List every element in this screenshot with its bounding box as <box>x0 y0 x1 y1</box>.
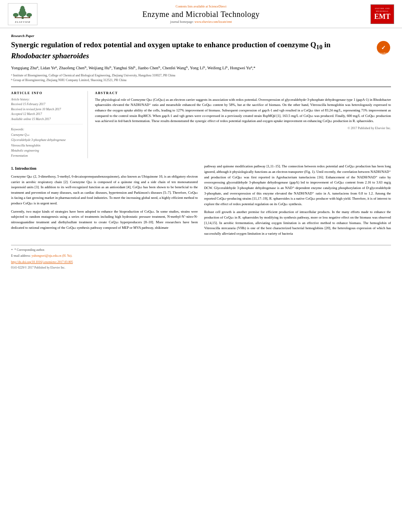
body-col-left: 1. Introduction Coenzyme Q₁₀ (2, 3-dimet… <box>11 164 198 239</box>
svg-text:✓: ✓ <box>381 44 386 51</box>
footnote-star: * <box>11 248 13 253</box>
abstract-column: ABSTRACT The physiological role of Coenz… <box>95 91 391 159</box>
corresponding-label: * Corresponding author. <box>15 248 45 252</box>
sciencedirect-link[interactable]: Contents lists available at ScienceDirec… <box>39 5 363 8</box>
affiliation-b: ᵇ Group of Bioengineering, Zhejiang NHU … <box>11 78 391 83</box>
intro-para-1: Coenzyme Q₁₀ (2, 3-dimethoxy, 5-methyl, … <box>11 174 198 206</box>
journal-header: ELSEVIER Contents lists available at Sci… <box>0 0 402 28</box>
keyword-3: Vitreoscilla hemoglobin <box>11 143 83 148</box>
body-col-right: pathway and quinone modification pathway… <box>204 164 391 239</box>
abstract-label: ABSTRACT <box>95 91 391 95</box>
intro-body-right: pathway and quinone modification pathway… <box>204 164 391 236</box>
article-history: Article history: Received 15 February 20… <box>11 97 83 124</box>
intro-col2-para-1: pathway and quinone modification pathway… <box>204 164 391 207</box>
intro-body-left: Coenzyme Q₁₀ (2, 3-dimethoxy, 5-methyl, … <box>11 174 198 230</box>
journal-homepage: journal homepage: www.elsevier.com/locat… <box>39 20 363 24</box>
keyword-2: Glyceraldehyde 3-phosphate dehydrogenase <box>11 137 83 143</box>
keywords-list: Coenzyme Q₁₀ Glyceraldehyde 3-phosphate … <box>11 132 83 158</box>
abstract-text: The physiological role of Coenzyme Q₁₀ (… <box>95 97 391 124</box>
revised-date: Received in revised form 10 March 2017 <box>11 107 83 112</box>
title-sub: 10 <box>316 44 322 50</box>
article-info-label: ARTICLE INFO <box>11 91 83 95</box>
emt-letters: EMT <box>374 13 390 21</box>
copyright-line: © 2017 Published by Elsevier Inc. <box>95 126 391 130</box>
keyword-5: Fermentation <box>11 153 83 158</box>
svg-point-3 <box>20 6 24 10</box>
article-title: Synergic regulation of redox potential a… <box>11 40 371 61</box>
email-line: E-mail address: yuhongwei@zju.edu.cn (H.… <box>11 254 391 258</box>
homepage-link[interactable]: www.elsevier.com/locate/emt <box>195 20 232 24</box>
affiliation-a: ᵃ Institute of Bioengineering, College o… <box>11 73 391 78</box>
emt-top-text: ENZYME ANDMICROBIAL <box>375 7 390 13</box>
history-label: Article history: <box>11 97 83 102</box>
doi-line[interactable]: http://dx.doi.org/10.1016/j.enzmictec.20… <box>11 260 391 265</box>
emt-logo-container: ENZYME ANDMICROBIAL EMT <box>363 4 394 24</box>
intro-para-2: Currently, two major kinds of strategies… <box>11 209 198 231</box>
title-text-2: in <box>322 41 331 49</box>
paper-type: Research Paper <box>11 34 391 38</box>
svg-rect-8 <box>15 17 30 18</box>
svg-text:CrossMark: CrossMark <box>379 52 388 54</box>
intro-col2-para-2: Robust cell growth is another premise fo… <box>204 209 391 236</box>
affiliations: ᵃ Institute of Bioengineering, College o… <box>11 73 391 83</box>
accepted-date: Accepted 12 March 2017 <box>11 112 83 117</box>
elsevier-logo: ELSEVIER <box>8 3 39 25</box>
issn-text: 0141-0229/© 2017 Published by Elsevier I… <box>11 265 391 270</box>
keywords-label: Keywords: <box>11 128 83 131</box>
crossmark-logo[interactable]: ✓ CrossMark <box>376 40 391 55</box>
article-info-column: ARTICLE INFO Article history: Received 1… <box>11 91 88 159</box>
title-italic: Rhodobacter sphaeroides <box>11 52 89 60</box>
body-section: 1. Introduction Coenzyme Q₁₀ (2, 3-dimet… <box>11 164 391 239</box>
footer-section: * * Corresponding author. E-mail address… <box>11 245 391 270</box>
authors: Yongqiang Zhuᵃ, Lidan Yeᵃ, Zhaofeng Chen… <box>11 65 391 72</box>
intro-heading: 1. Introduction <box>11 165 198 172</box>
title-text-1: Synergic regulation of redox potential a… <box>11 41 316 49</box>
email-label: E-mail address: <box>11 254 31 258</box>
article-info-abstract-section: ARTICLE INFO Article history: Received 1… <box>11 87 391 159</box>
keyword-1: Coenzyme Q₁₀ <box>11 132 83 137</box>
doi-link[interactable]: http://dx.doi.org/10.1016/j.enzmictec.20… <box>11 260 391 265</box>
article-title-section: Synergic regulation of redox potential a… <box>11 40 391 61</box>
journal-title: Enzyme and Microbial Technology <box>39 10 363 19</box>
svg-point-5 <box>26 13 32 17</box>
elsevier-brand-text: ELSEVIER <box>15 20 30 24</box>
received-date: Received 15 February 2017 <box>11 102 83 107</box>
keyword-4: Metabolic engineering <box>11 148 83 153</box>
svg-point-4 <box>13 13 19 17</box>
emt-logo: ENZYME ANDMICROBIAL EMT <box>370 4 394 24</box>
available-date: Available online 15 March 2017 <box>11 117 83 122</box>
journal-header-center: Contents lists available at ScienceDirec… <box>39 5 363 24</box>
main-content: Research Paper Synergic regulation of re… <box>0 28 402 275</box>
corresponding-author-line: * * Corresponding author. <box>11 248 391 253</box>
email-address: yuhongwei@zju.edu.cn (H. Yu). <box>32 254 73 258</box>
